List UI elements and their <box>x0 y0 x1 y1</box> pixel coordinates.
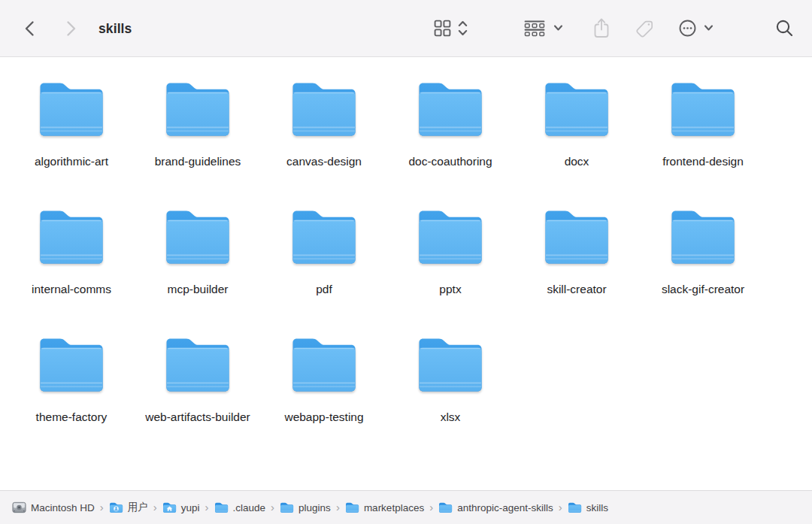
chevron-down-icon <box>553 24 563 32</box>
folder-icon[interactable] <box>289 207 359 271</box>
folder-label: theme-factory <box>36 408 108 426</box>
more-options-chevron[interactable] <box>704 24 714 32</box>
folder-item[interactable]: doc-coauthoring <box>387 80 514 207</box>
folder-item[interactable]: theme-factory <box>8 335 135 463</box>
folder-item[interactable]: brand-guidelines <box>135 80 261 207</box>
path-item[interactable]: Macintosh HD <box>12 501 95 513</box>
path-separator-chevron: › <box>100 501 104 514</box>
path-item[interactable]: 用户 <box>109 501 148 514</box>
folder-label: skill-creator <box>547 280 606 298</box>
folder-icon <box>345 501 359 513</box>
folder-item[interactable]: xlsx <box>387 335 514 463</box>
path-separator-chevron: › <box>153 501 157 514</box>
folder-icon[interactable] <box>37 207 106 271</box>
folder-icon[interactable] <box>668 207 738 271</box>
folder-icon[interactable] <box>37 335 106 398</box>
folder-icon[interactable] <box>289 335 359 398</box>
path-item[interactable]: anthropic-agent-skills <box>438 501 553 513</box>
folder-user-icon <box>109 501 123 513</box>
folder-icon[interactable] <box>163 80 232 143</box>
folder-item[interactable]: mcp-builder <box>135 207 261 335</box>
path-item[interactable]: plugins <box>280 501 331 513</box>
back-button[interactable] <box>22 20 38 38</box>
chevron-left-icon <box>22 20 38 38</box>
folder-grid: algorithmic-art brand-guidelines canvas-… <box>0 58 812 463</box>
path-bar: Macintosh HD › 用户 › yupi › <box>0 490 812 524</box>
folder-item[interactable]: canvas-design <box>261 80 387 207</box>
folder-item[interactable]: slack-gif-creator <box>640 207 766 335</box>
folder-item[interactable]: pdf <box>261 207 387 335</box>
folder-icon[interactable] <box>163 335 232 398</box>
group-by-chevron[interactable] <box>553 24 563 32</box>
path-separator-chevron: › <box>205 501 209 514</box>
path-item[interactable]: .claude <box>214 501 266 513</box>
chevron-down-icon <box>704 24 714 32</box>
folder-icon <box>438 501 453 513</box>
path-item[interactable]: marketplaces <box>345 501 424 513</box>
folder-item[interactable]: web-artifacts-builder <box>135 335 261 463</box>
path-item-label: .claude <box>233 502 266 513</box>
path-item-label: marketplaces <box>364 502 424 513</box>
folder-label: slack-gif-creator <box>662 280 744 298</box>
folder-label: canvas-design <box>286 153 362 171</box>
folder-item[interactable]: frontend-design <box>640 80 766 207</box>
folder-icon <box>280 501 294 513</box>
folder-label: frontend-design <box>662 153 744 171</box>
folder-item[interactable]: algorithmic-art <box>8 80 135 207</box>
more-options-button[interactable] <box>679 20 696 37</box>
share-icon <box>593 17 610 38</box>
path-separator-chevron: › <box>429 501 433 514</box>
folder-icon[interactable] <box>289 80 359 143</box>
group-by-icon <box>524 20 545 37</box>
folder-label: webapp-testing <box>284 408 363 426</box>
folder-icon[interactable] <box>416 80 485 143</box>
path-separator-chevron: › <box>271 501 274 514</box>
folder-item[interactable]: webapp-testing <box>261 335 387 463</box>
view-switcher-chevrons[interactable] <box>457 20 468 37</box>
path-item-label: plugins <box>298 502 331 513</box>
folder-item[interactable]: pptx <box>387 207 514 335</box>
forward-button[interactable] <box>62 20 79 38</box>
drive-icon <box>12 501 26 513</box>
folder-icon[interactable] <box>416 207 485 271</box>
folder-icon[interactable] <box>37 80 106 143</box>
folder-item[interactable]: internal-comms <box>8 207 135 335</box>
finder-content-area: algorithmic-art brand-guidelines canvas-… <box>0 58 812 490</box>
folder-icon[interactable] <box>542 80 611 143</box>
folder-label: doc-coauthoring <box>408 153 492 171</box>
path-item[interactable]: skills <box>568 501 608 513</box>
folder-icon[interactable] <box>416 335 485 398</box>
path-separator-chevron: › <box>336 501 340 514</box>
folder-icon[interactable] <box>668 80 738 143</box>
page-title: skills <box>98 0 132 57</box>
folder-label: pptx <box>439 280 461 298</box>
folder-item[interactable]: skill-creator <box>514 207 640 335</box>
more-options-icon <box>679 20 696 37</box>
search-button[interactable] <box>775 19 794 38</box>
folder-label: docx <box>565 153 589 171</box>
folder-icon[interactable] <box>542 207 611 271</box>
path-item-label: Macintosh HD <box>31 502 95 513</box>
folder-icon <box>214 501 229 513</box>
view-grid-icon <box>434 20 451 37</box>
path-item-label: yupi <box>181 502 200 513</box>
path-item-label: 用户 <box>128 501 148 514</box>
path-item-label: skills <box>586 502 608 513</box>
tag-button[interactable] <box>635 19 654 38</box>
folder-label: pdf <box>316 280 332 298</box>
folder-icon[interactable] <box>163 207 232 271</box>
chevrons-up-down-icon <box>457 20 468 37</box>
folder-label: algorithmic-art <box>35 153 108 171</box>
group-by-button[interactable] <box>524 20 545 37</box>
tag-icon <box>635 19 654 38</box>
folder-label: internal-comms <box>32 280 111 298</box>
folder-item[interactable]: docx <box>514 80 640 207</box>
folder-home-icon <box>162 501 177 513</box>
folder-label: xlsx <box>441 408 461 426</box>
view-grid-button[interactable] <box>434 20 451 37</box>
path-item[interactable]: yupi <box>162 501 200 513</box>
folder-icon <box>568 501 582 513</box>
finder-toolbar: skills <box>0 0 812 57</box>
share-button[interactable] <box>593 17 610 38</box>
search-icon <box>775 19 794 38</box>
